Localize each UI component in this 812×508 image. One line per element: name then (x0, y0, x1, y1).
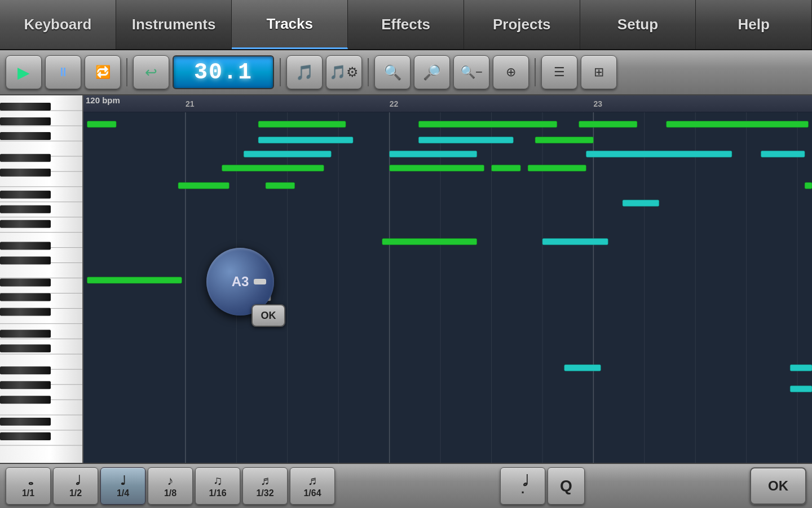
svg-rect-66 (258, 137, 353, 143)
16th-note-icon: ♫ (213, 474, 223, 488)
whole-note-label: 1/1 (22, 488, 34, 498)
knob-indicator (254, 279, 266, 284)
svg-rect-41 (0, 396, 51, 404)
tab-effects[interactable]: Effects (348, 0, 464, 49)
svg-rect-62 (258, 121, 346, 128)
a3-ok-button[interactable]: OK (251, 304, 285, 327)
svg-rect-70 (390, 151, 477, 157)
64th-note-icon: ♬ (308, 474, 317, 488)
svg-rect-40 (0, 381, 51, 389)
quantize-button[interactable]: Q (548, 467, 585, 505)
note-16th-button[interactable]: ♫ 1/16 (195, 467, 240, 505)
undo-icon: ↩ (145, 64, 157, 81)
top-navigation: Keyboard Instruments Tracks Effects Proj… (0, 0, 812, 50)
eighth-note-label: 1/8 (164, 488, 176, 498)
metronome-button[interactable]: 🎵 (286, 55, 323, 89)
play-button[interactable]: ▶ (6, 55, 42, 89)
ok-button[interactable]: OK (750, 467, 806, 505)
svg-rect-33 (0, 257, 51, 265)
svg-rect-28 (0, 169, 51, 177)
tab-projects[interactable]: Projects (464, 0, 580, 49)
pause-button[interactable]: ⏸ (45, 55, 81, 89)
tab-keyboard[interactable]: Keyboard (0, 0, 116, 49)
grid-view-icon: ⊞ (594, 65, 604, 80)
tab-setup[interactable]: Setup (580, 0, 696, 49)
ruler: 21 22 23 (83, 95, 812, 112)
svg-rect-65 (667, 121, 809, 128)
svg-rect-76 (528, 165, 586, 171)
zoom-in-button[interactable]: 🔎 (414, 55, 450, 89)
grid-container[interactable]: A3 OK (83, 112, 812, 463)
svg-rect-69 (244, 151, 331, 157)
list-view-button[interactable]: ☰ (541, 55, 577, 89)
svg-rect-24 (0, 103, 51, 111)
svg-rect-73 (222, 165, 324, 171)
zoom-selection-button[interactable]: ⊕ (493, 55, 529, 89)
bpm-label: 120 bpm (86, 95, 120, 105)
a3-popup[interactable]: A3 OK (206, 248, 274, 316)
note-half-button[interactable]: 𝅗𝅥 1/2 (53, 467, 98, 505)
32nd-note-icon: ♬ (261, 474, 270, 488)
pause-icon: ⏸ (57, 65, 69, 80)
note-64th-button[interactable]: ♬ 1/64 (290, 467, 335, 505)
bottom-bar: 𝅝 1/1 𝅗𝅥 1/2 ♩ 1/4 ♪ 1/8 ♫ 1/16 ♬ 1/32 ♬… (0, 463, 812, 508)
svg-rect-39 (0, 366, 51, 374)
quarter-note-icon: ♩ (120, 474, 126, 488)
svg-rect-34 (0, 279, 51, 287)
separator-4 (535, 58, 536, 86)
list-view-icon: ☰ (554, 65, 565, 80)
ruler-mark-21: 21 (186, 99, 195, 108)
svg-rect-71 (586, 151, 731, 157)
32nd-note-label: 1/32 (256, 488, 273, 498)
separator-2 (280, 58, 281, 86)
separator-1 (126, 58, 127, 86)
svg-rect-64 (579, 121, 637, 128)
undo-button[interactable]: ↩ (133, 55, 169, 89)
svg-rect-75 (492, 165, 521, 171)
svg-rect-30 (0, 205, 51, 213)
note-whole-button[interactable]: 𝅝 1/1 (6, 467, 51, 505)
svg-rect-36 (0, 308, 51, 316)
note-32nd-button[interactable]: ♬ 1/32 (242, 467, 288, 505)
svg-rect-84 (564, 365, 601, 371)
toolbar: ▶ ⏸ 🔁 ↩ 30.1 🎵 🎵⚙ 🔍 🔎 🔍− ⊕ ☰ ⊞ (0, 50, 812, 95)
tab-instruments[interactable]: Instruments (116, 0, 232, 49)
dotted-indicator: · (521, 485, 524, 500)
ruler-mark-23: 23 (593, 99, 602, 108)
svg-rect-37 (0, 330, 51, 338)
a3-knob-label: A3 (232, 274, 249, 290)
svg-rect-83 (87, 277, 182, 283)
piano-keyboard[interactable] (0, 95, 83, 463)
svg-rect-32 (0, 242, 51, 250)
metronome-icon: 🎵 (295, 64, 314, 81)
svg-rect-85 (790, 365, 812, 371)
grid-svg (83, 112, 812, 463)
loop-icon: 🔁 (95, 65, 111, 80)
tab-help[interactable]: Help (696, 0, 812, 49)
svg-rect-67 (418, 137, 513, 143)
grid-view-button[interactable]: ⊞ (581, 55, 617, 89)
dotted-note-button[interactable]: 𝅗𝅥 · (500, 467, 545, 505)
note-quarter-button[interactable]: ♩ 1/4 (100, 467, 145, 505)
svg-rect-78 (266, 182, 295, 189)
main-area: 120 bpm 21 22 23 (0, 95, 812, 463)
metronome-settings-icon: 🎵⚙ (329, 64, 359, 80)
svg-rect-72 (761, 151, 805, 157)
zoom-out-button[interactable]: 🔍− (453, 55, 489, 89)
piano-svg (0, 95, 83, 463)
svg-rect-25 (0, 117, 51, 125)
16th-note-label: 1/16 (209, 488, 226, 498)
piano-roll[interactable]: 120 bpm 21 22 23 (83, 95, 812, 463)
tab-tracks[interactable]: Tracks (232, 0, 348, 49)
loop-button[interactable]: 🔁 (85, 55, 121, 89)
note-eighth-button[interactable]: ♪ 1/8 (148, 467, 193, 505)
zoom-out-icon: 🔍− (460, 65, 483, 80)
zoom-fit-button[interactable]: 🔍 (374, 55, 411, 89)
half-note-label: 1/2 (69, 488, 82, 498)
svg-rect-79 (805, 182, 812, 189)
svg-rect-68 (535, 137, 593, 143)
zoom-fit-icon: 🔍 (383, 64, 401, 81)
metronome-settings-button[interactable]: 🎵⚙ (326, 55, 362, 89)
zoom-selection-icon: ⊕ (506, 65, 516, 80)
svg-rect-80 (623, 200, 659, 206)
